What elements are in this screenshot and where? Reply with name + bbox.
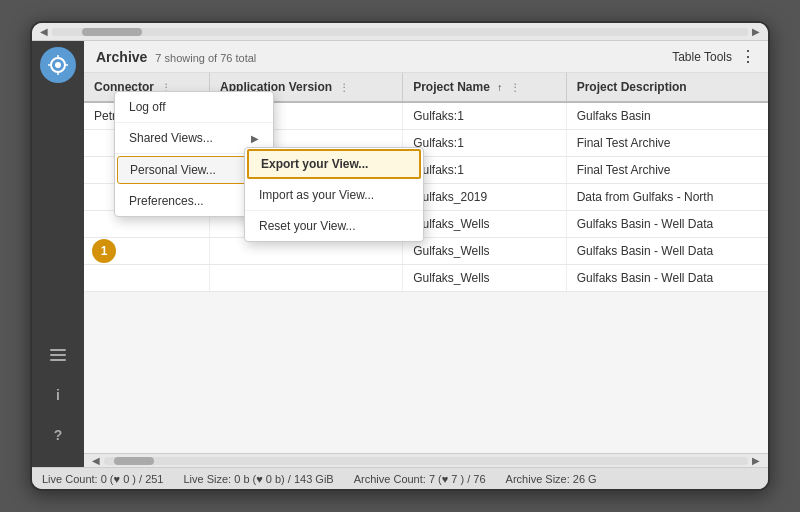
table-tools-menu-icon[interactable]: ⋮ <box>740 47 756 66</box>
bottom-scroll-right[interactable]: ▶ <box>748 453 764 468</box>
submenu-item-reset[interactable]: Reset your View... <box>245 211 423 241</box>
cell-project_name: Gulfaks:1 <box>403 157 567 184</box>
submenu-personal-view[interactable]: Export your View... Import as your View.… <box>244 147 424 242</box>
cell-project_desc: Final Test Archive <box>566 130 768 157</box>
app-window: ◀ ▶ <box>30 21 770 491</box>
cell-project_name: Gulfaks_2019 <box>403 184 567 211</box>
table-tools-button[interactable]: Table Tools <box>672 50 732 64</box>
status-archive-count: Archive Count: 7 (♥ 7 ) / 76 <box>354 473 486 485</box>
cell-project_name: Gulfaks_Wells <box>403 211 567 238</box>
status-archive-size: Archive Size: 26 G <box>506 473 597 485</box>
cell-project_desc: Gulfaks Basin <box>566 102 768 130</box>
cell-project_name: Gulfaks_Wells <box>403 265 567 292</box>
archive-count-label: 7 showing of 76 total <box>155 52 256 64</box>
bottom-scrollbar: ◀ ▶ <box>84 453 768 467</box>
cell-project_name: Gulfaks:1 <box>403 102 567 130</box>
sort-arrow-project: ↑ <box>497 82 502 93</box>
status-live-size: Live Size: 0 b (♥ 0 b) / 143 GiB <box>183 473 333 485</box>
cell-project_desc: Final Test Archive <box>566 157 768 184</box>
cell-project_name: Gulfaks:1 <box>403 130 567 157</box>
sidebar-icon-main[interactable] <box>40 47 76 83</box>
sidebar: i ? <box>32 41 84 467</box>
content-area: Archive 7 showing of 76 total Table Tool… <box>84 41 768 467</box>
sidebar-help-icon[interactable]: ? <box>40 417 76 453</box>
scroll-right-arrow[interactable]: ▶ <box>748 24 764 40</box>
cell-connector <box>84 238 210 265</box>
archive-title: Archive <box>96 49 147 65</box>
cell-connector <box>84 265 210 292</box>
header-bar: Archive 7 showing of 76 total Table Tool… <box>84 41 768 73</box>
col-menu-app-version[interactable]: ⋮ <box>339 82 349 93</box>
header-left: Archive 7 showing of 76 total <box>96 49 256 65</box>
sidebar-bottom: i ? <box>40 337 76 461</box>
cell-project_desc: Data from Gulfaks - North <box>566 184 768 211</box>
scroll-left-arrow[interactable]: ◀ <box>36 24 52 40</box>
sidebar-info-icon[interactable]: i <box>40 377 76 413</box>
status-bar: Live Count: 0 (♥ 0 ) / 251 Live Size: 0 … <box>32 467 768 489</box>
col-header-project-name: Project Name ↑ ⋮ <box>403 73 567 102</box>
submenu-item-import[interactable]: Import as your View... <box>245 180 423 211</box>
bottom-scrollbar-track <box>104 457 748 465</box>
top-scrollbar-thumb[interactable] <box>82 28 142 36</box>
col-header-project-desc: Project Description <box>566 73 768 102</box>
cell-project_name: Gulfaks_Wells <box>403 238 567 265</box>
main-layout: i ? Archive 7 showing of 76 total Table … <box>32 41 768 467</box>
hamburger-icon <box>50 349 66 361</box>
cell-project_desc: Gulfaks Basin - Well Data <box>566 238 768 265</box>
submenu-item-export[interactable]: Export your View... <box>247 149 421 179</box>
col-menu-project[interactable]: ⋮ <box>510 82 520 93</box>
top-scrollbar: ◀ ▶ <box>32 23 768 41</box>
header-right: Table Tools ⋮ <box>672 47 756 66</box>
cell-project_desc: Gulfaks Basin - Well Data <box>566 211 768 238</box>
table-row[interactable]: Gulfaks_WellsGulfaks Basin - Well Data <box>84 238 768 265</box>
cell-project_desc: Gulfaks Basin - Well Data <box>566 265 768 292</box>
menu-item-logoff[interactable]: Log off <box>115 92 273 123</box>
bottom-scroll-left[interactable]: ◀ <box>88 453 104 468</box>
top-scrollbar-track <box>52 28 748 36</box>
svg-point-1 <box>55 62 61 68</box>
cell-app_version <box>210 265 403 292</box>
sidebar-hamburger-icon[interactable] <box>40 337 76 373</box>
bottom-scrollbar-thumb[interactable] <box>114 457 154 465</box>
shared-views-arrow: ▶ <box>251 133 259 144</box>
status-live-count: Live Count: 0 (♥ 0 ) / 251 <box>42 473 163 485</box>
table-row[interactable]: Gulfaks_WellsGulfaks Basin - Well Data <box>84 265 768 292</box>
